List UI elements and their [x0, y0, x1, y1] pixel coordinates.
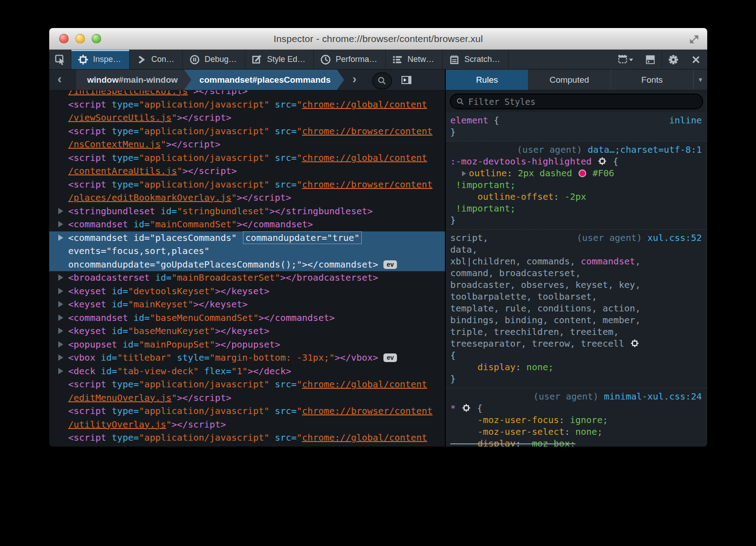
- expand-node-arrow[interactable]: [58, 288, 63, 294]
- stylesheet-link[interactable]: minimal-xul.css:24: [604, 391, 702, 402]
- css-rule-line: (user agent) data…;charset=utf-8:1: [450, 144, 703, 155]
- markup-node-row-selected[interactable]: <commandset id="placesCommands" commandu…: [49, 231, 445, 272]
- filter-styles-container: [446, 90, 707, 112]
- sidebar-tab-rules[interactable]: Rules: [446, 70, 528, 90]
- tab-performance[interactable]: Performa…: [314, 50, 386, 69]
- filter-styles-box[interactable]: [450, 94, 703, 109]
- frame-select-button[interactable]: [612, 50, 639, 69]
- close-devtools-button[interactable]: [685, 50, 707, 69]
- markup-node-row[interactable]: /nsContextMenu.js"></script>: [49, 138, 445, 151]
- css-rule[interactable]: inlineelement {}: [446, 112, 707, 141]
- breadcrumb-item-window[interactable]: window#main-window: [76, 70, 191, 90]
- css-rule[interactable]: (user agent) xul.css:52script,data,xbl|c…: [446, 229, 707, 388]
- expand-declaration-arrow[interactable]: [462, 171, 466, 176]
- markup-node-row[interactable]: <keyset id="mainKeyset"></keyset>: [49, 298, 445, 311]
- sidebar-tab-computed[interactable]: Computed: [528, 70, 611, 90]
- split-console-button[interactable]: [639, 50, 662, 69]
- sidebar-tab-fonts[interactable]: Fonts: [611, 70, 694, 90]
- search-icon: [456, 97, 465, 106]
- expand-node-arrow[interactable]: [58, 328, 63, 334]
- markup-node-row[interactable]: /contentAreaUtils.js"></script>: [49, 165, 445, 178]
- highlighter-icon[interactable]: [597, 156, 607, 167]
- color-swatch[interactable]: [579, 169, 586, 177]
- markup-node-row[interactable]: /viewSourceUtils.js"></script>: [49, 111, 445, 125]
- devtools-toolbar: Inspe…Con…Debug…Style Ed…Performa…Netw…S…: [49, 50, 707, 70]
- markup-node-row[interactable]: <script type="application/javascript" sr…: [49, 378, 445, 391]
- stylesheet-link[interactable]: xul.css:52: [648, 232, 702, 243]
- settings-button[interactable]: [662, 50, 685, 69]
- markup-node-row[interactable]: /macWindowMenu.js"></script>: [49, 445, 445, 447]
- tab-inspector[interactable]: Inspe…: [71, 50, 130, 69]
- pick-element-button[interactable]: [49, 50, 71, 69]
- expand-node-arrow[interactable]: [58, 208, 63, 214]
- markup-node-row[interactable]: <script type="application/javascript" sr…: [49, 405, 445, 418]
- performance-icon: [320, 54, 331, 65]
- tab-console[interactable]: Con…: [130, 50, 183, 69]
- css-rule-line: xbl|children, commands, commandset,: [450, 255, 703, 267]
- markup-node-row[interactable]: /utilityOverlay.js"></script>: [49, 418, 445, 432]
- markup-node-row[interactable]: <commandset id="mainCommandSet"></comman…: [49, 218, 445, 231]
- filter-styles-input[interactable]: [468, 97, 697, 107]
- markup-node-row[interactable]: <commandset id="baseMenuCommandSet"></co…: [49, 311, 445, 325]
- rules-panel[interactable]: inlineelement {}(user agent) data…;chars…: [446, 90, 707, 447]
- sidebar-tabs-dropdown[interactable]: ▼: [694, 70, 707, 90]
- css-rule-line: outline-offset: -2px: [450, 191, 703, 202]
- breadcrumb-forward-button[interactable]: ›: [344, 70, 365, 90]
- markup-view[interactable]: /inlineSpellCheckUI.js"></script><script…: [49, 90, 445, 447]
- expand-node-arrow[interactable]: [58, 235, 63, 241]
- expand-node-arrow[interactable]: [58, 341, 63, 348]
- markup-node-row[interactable]: <broadcasterset id="mainBroadcasterSet">…: [49, 271, 445, 285]
- close-window-button[interactable]: [59, 34, 69, 43]
- highlighter-icon[interactable]: [461, 403, 471, 414]
- markup-node-row[interactable]: <script type="application/javascript" sr…: [49, 151, 445, 165]
- devtools-window: Inspector - chrome://browser/content/bro…: [49, 28, 707, 447]
- expand-node-arrow[interactable]: [58, 368, 63, 374]
- search-nodes-button[interactable]: [372, 72, 392, 89]
- resize-icon[interactable]: [688, 33, 700, 45]
- stylesheet-link[interactable]: inline: [669, 115, 702, 126]
- breadcrumb-item-commandset[interactable]: commandset#placesCommands: [184, 70, 344, 90]
- expand-node-arrow[interactable]: [58, 301, 63, 307]
- zoom-window-button[interactable]: [92, 34, 101, 43]
- markup-node-row[interactable]: <commandset id="placesCommands" commandu…: [49, 231, 445, 245]
- markup-node-row[interactable]: <script type="application/javascript" sr…: [49, 178, 445, 192]
- stylesheet-link[interactable]: data…;charset=utf-8:1: [588, 144, 702, 155]
- highlighter-icon[interactable]: [630, 338, 640, 349]
- markup-node-row[interactable]: <vbox id="titlebar" style="margin-bottom…: [49, 351, 445, 365]
- markup-node-row[interactable]: <popupset id="mainPopupSet"></popupset>: [49, 338, 445, 352]
- markup-node-row[interactable]: <script type="application/javascript" sr…: [49, 125, 445, 138]
- markup-node-row[interactable]: /editMenuOverlay.js"></script>: [49, 391, 445, 405]
- markup-node-row[interactable]: <script type="application/javascript" sr…: [49, 98, 445, 112]
- css-rule[interactable]: (user agent) minimal-xul.css:24* { -moz-…: [446, 388, 707, 447]
- markup-node-row[interactable]: <deck id="tab-view-deck" flex="1"></deck…: [49, 365, 445, 378]
- event-badge[interactable]: ev: [383, 353, 397, 362]
- console-icon: [136, 54, 147, 65]
- rule-source: (user agent) xul.css:52: [577, 232, 703, 244]
- expand-node-arrow[interactable]: [58, 354, 63, 361]
- markup-node-row[interactable]: <keyset id="baseMenuKeyset"></keyset>: [49, 325, 445, 338]
- markup-node-row[interactable]: events="focus,sort,places": [49, 245, 445, 258]
- breadcrumb-back-button[interactable]: ‹: [49, 70, 70, 90]
- highlighted-attribute[interactable]: commandupdater="true": [243, 231, 362, 244]
- tab-scratchpad[interactable]: Scratch…: [443, 50, 509, 69]
- expand-node-arrow[interactable]: [58, 315, 63, 321]
- css-rule-line: command, broadcasterset,: [450, 267, 703, 279]
- markup-node-row[interactable]: /places/editBookmarkOverlay.js"></script…: [49, 191, 445, 205]
- markup-node-row[interactable]: <script type="application/javascript" sr…: [49, 431, 445, 445]
- styleeditor-icon: [252, 54, 262, 65]
- markup-node-row[interactable]: <stringbundleset id="stringbundleset"></…: [49, 205, 445, 218]
- markup-node-row[interactable]: /inlineSpellCheckUI.js"></script>: [49, 90, 445, 98]
- expand-node-arrow[interactable]: [58, 274, 63, 281]
- markup-node-row[interactable]: <keyset id="devtoolsKeyset"></keyset>: [49, 285, 445, 298]
- tab-styleeditor[interactable]: Style Ed…: [245, 50, 314, 69]
- expand-node-arrow[interactable]: [58, 221, 63, 227]
- tab-debugger[interactable]: Debug…: [183, 50, 245, 69]
- window-titlebar[interactable]: Inspector - chrome://browser/content/bro…: [49, 28, 707, 50]
- scratchpad-icon: [449, 54, 460, 65]
- expand-sidebar-button[interactable]: [400, 70, 413, 90]
- markup-node-row[interactable]: oncommandupdate="goUpdatePlacesCommands(…: [49, 258, 445, 272]
- minimize-window-button[interactable]: [75, 34, 85, 43]
- event-badge[interactable]: ev: [383, 260, 397, 269]
- tab-network[interactable]: Netw…: [386, 50, 443, 69]
- css-rule[interactable]: (user agent) data…;charset=utf-8:1:-moz-…: [446, 141, 707, 229]
